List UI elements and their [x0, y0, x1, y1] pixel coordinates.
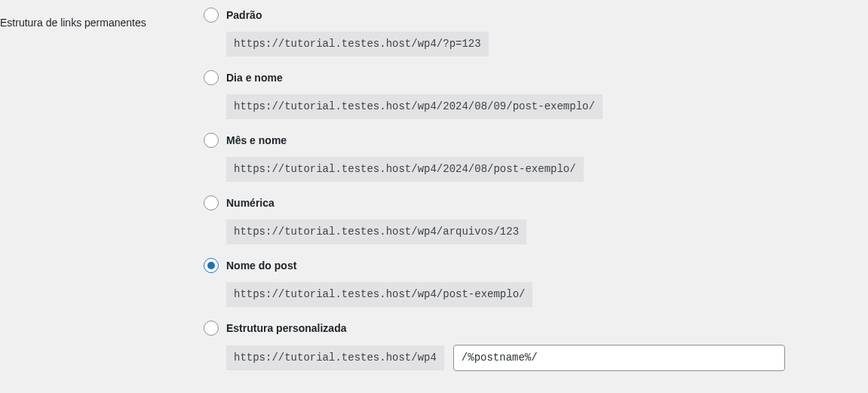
custom-prefix: https://tutorial.testes.host/wp4 — [226, 345, 444, 370]
radio-month-name[interactable] — [204, 133, 219, 148]
example-post-name: https://tutorial.testes.host/wp4/post-ex… — [226, 282, 532, 307]
radio-default[interactable] — [204, 8, 219, 23]
option-post-name: Nome do post https://tutorial.testes.hos… — [204, 258, 868, 307]
label-default[interactable]: Padrão — [226, 9, 262, 21]
section-heading: Estrutura de links permanentes — [0, 8, 204, 371]
example-month-name: https://tutorial.testes.host/wp4/2024/08… — [226, 157, 584, 182]
example-day-name: https://tutorial.testes.host/wp4/2024/08… — [226, 94, 603, 119]
option-day-name: Dia e nome https://tutorial.testes.host/… — [204, 70, 868, 119]
radio-post-name[interactable] — [204, 258, 219, 273]
label-numeric[interactable]: Numérica — [226, 197, 275, 209]
example-default: https://tutorial.testes.host/wp4/?p=123 — [226, 32, 489, 57]
radio-numeric[interactable] — [204, 195, 219, 210]
option-month-name: Mês e nome https://tutorial.testes.host/… — [204, 133, 868, 182]
custom-structure-input[interactable] — [453, 345, 785, 371]
label-post-name[interactable]: Nome do post — [226, 259, 296, 272]
label-custom[interactable]: Estrutura personalizada — [226, 322, 347, 334]
label-month-name[interactable]: Mês e nome — [226, 134, 287, 146]
label-day-name[interactable]: Dia e nome — [226, 72, 283, 84]
example-numeric: https://tutorial.testes.host/wp4/arquivo… — [226, 220, 526, 244]
permalink-structure-fieldset: Padrão https://tutorial.testes.host/wp4/… — [204, 8, 868, 371]
option-default: Padrão https://tutorial.testes.host/wp4/… — [204, 8, 868, 57]
radio-custom[interactable] — [204, 321, 219, 336]
permalink-settings-table: Estrutura de links permanentes Padrão ht… — [0, 8, 868, 371]
option-custom: Estrutura personalizada https://tutorial… — [204, 321, 868, 371]
radio-day-name[interactable] — [204, 70, 219, 85]
option-numeric: Numérica https://tutorial.testes.host/wp… — [204, 195, 868, 244]
